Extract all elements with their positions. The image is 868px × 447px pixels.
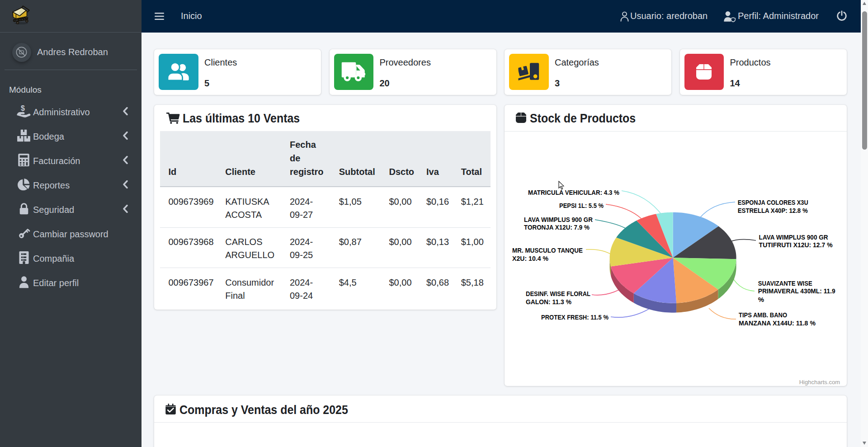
svg-text:%: % [758, 296, 764, 303]
svg-text:MR. MUSCULO TANQUE: MR. MUSCULO TANQUE [512, 246, 583, 254]
svg-text:PROTEX FRESH: 11.5 %: PROTEX FRESH: 11.5 % [541, 313, 609, 321]
svg-text:GALON: 11.3 %: GALON: 11.3 % [526, 298, 571, 306]
svg-text:SUAVIZANTE WISE: SUAVIZANTE WISE [758, 279, 812, 287]
svg-text:PRIMAVERAL 430ML: 11.9: PRIMAVERAL 430ML: 11.9 [758, 287, 835, 295]
svg-text:LAVA WIMPLUS 900 GR: LAVA WIMPLUS 900 GR [524, 216, 593, 223]
svg-text:MATRICULA VEHICULAR: 4.3 %: MATRICULA VEHICULAR: 4.3 % [528, 188, 619, 196]
svg-text:ESTRELLA X40P: 12.8 %: ESTRELLA X40P: 12.8 % [738, 207, 808, 214]
svg-text:TORONJA X12U: 7.9 %: TORONJA X12U: 7.9 % [524, 223, 590, 231]
svg-text:MANZANA X144U: 11.8 %: MANZANA X144U: 11.8 % [739, 319, 816, 327]
svg-text:LAVA WIMPLUS 900 GR: LAVA WIMPLUS 900 GR [759, 233, 828, 241]
svg-text:ESPONJA COLORES X3U: ESPONJA COLORES X3U [738, 198, 808, 206]
svg-text:TIPS AMB. BANO: TIPS AMB. BANO [739, 311, 787, 319]
svg-text:TUTIFRUTI X12U: 12.7 %: TUTIFRUTI X12U: 12.7 % [759, 241, 833, 249]
svg-text:Highcharts.com: Highcharts.com [799, 379, 840, 386]
svg-text:PEPSI 1L: 5.5 %: PEPSI 1L: 5.5 % [559, 202, 604, 209]
svg-text:$: $ [21, 104, 25, 112]
svg-text:X2U: 10.4 %: X2U: 10.4 % [512, 254, 548, 262]
svg-text:DESINF. WISE FLORAL: DESINF. WISE FLORAL [526, 290, 590, 297]
